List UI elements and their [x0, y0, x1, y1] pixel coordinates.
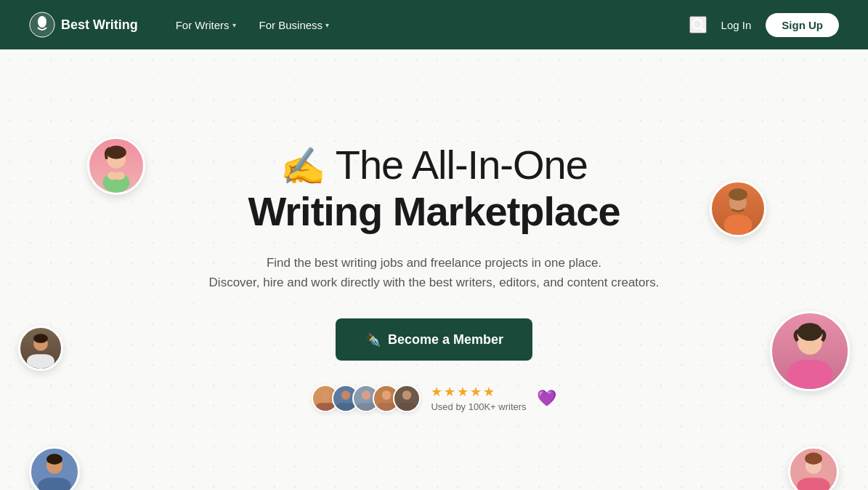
heart-icon: 💜 [537, 389, 556, 408]
logo-link[interactable]: Best Writing [29, 12, 138, 38]
svg-rect-9 [27, 354, 54, 369]
hero-subtitle: Find the best writing jobs and freelance… [209, 253, 660, 292]
mini-avatar-5 [393, 385, 421, 412]
navbar: Best Writing For Writers ▾ For Business … [0, 0, 868, 49]
login-button[interactable]: Log In [721, 19, 752, 31]
nav-for-writers[interactable]: For Writers ▾ [167, 13, 245, 37]
avatar-right [770, 311, 850, 391]
nav-links: For Writers ▾ For Business ▾ [167, 13, 689, 37]
svg-rect-12 [724, 214, 753, 235]
become-member-button[interactable]: ✒️ Become a Member [336, 318, 532, 361]
social-proof: ★ ★ ★ ★ ★ Used by 100K+ writers 💜 [312, 384, 556, 412]
hero-title: ✍️ The All-In-One Writing Marketplace [209, 142, 660, 236]
logo-text: Best Writing [61, 17, 138, 33]
star-5: ★ [483, 384, 495, 400]
svg-point-16 [798, 323, 822, 341]
signup-button[interactable]: Sign Up [766, 13, 839, 37]
star-rating: ★ ★ ★ ★ ★ [431, 384, 495, 400]
svg-point-13 [729, 188, 747, 201]
hero-section: ✍️ The All-In-One Writing Marketplace Fi… [0, 49, 868, 490]
svg-point-19 [46, 454, 62, 465]
logo-icon [29, 12, 55, 38]
svg-point-31 [402, 390, 412, 400]
writing-emoji: ✍️ [280, 146, 325, 187]
avatar-bottom-right [788, 446, 839, 490]
avatar-bottom-left [29, 446, 80, 490]
svg-point-23 [321, 390, 330, 400]
pen-icon: ✒️ [365, 332, 381, 348]
svg-rect-15 [787, 360, 832, 389]
nav-for-business[interactable]: For Business ▾ [251, 13, 338, 37]
svg-rect-21 [797, 478, 830, 490]
svg-point-6 [114, 172, 125, 180]
svg-point-22 [805, 452, 822, 464]
svg-point-7 [106, 145, 126, 159]
svg-point-29 [382, 390, 392, 400]
used-by-text: Used by 100K+ writers [431, 401, 526, 412]
avatar-left [18, 326, 63, 371]
svg-point-25 [341, 390, 351, 400]
chevron-down-icon: ▾ [325, 21, 329, 29]
svg-rect-32 [397, 403, 417, 411]
chevron-down-icon: ▾ [232, 21, 236, 29]
avatar-top-left [87, 137, 145, 195]
search-button[interactable] [689, 16, 707, 33]
star-4: ★ [470, 384, 482, 400]
svg-rect-18 [38, 478, 71, 490]
svg-point-27 [362, 390, 371, 400]
svg-point-1 [38, 16, 46, 28]
avatar-top-right [710, 180, 766, 237]
search-icon [691, 17, 705, 32]
star-3: ★ [457, 384, 469, 400]
avatar-stack [312, 385, 421, 412]
star-2: ★ [444, 384, 455, 400]
nav-actions: Log In Sign Up [689, 13, 839, 37]
hero-content: ✍️ The All-In-One Writing Marketplace Fi… [209, 142, 660, 361]
svg-point-10 [33, 334, 48, 343]
ratings-group: ★ ★ ★ ★ ★ Used by 100K+ writers [431, 384, 526, 412]
star-1: ★ [431, 384, 442, 400]
